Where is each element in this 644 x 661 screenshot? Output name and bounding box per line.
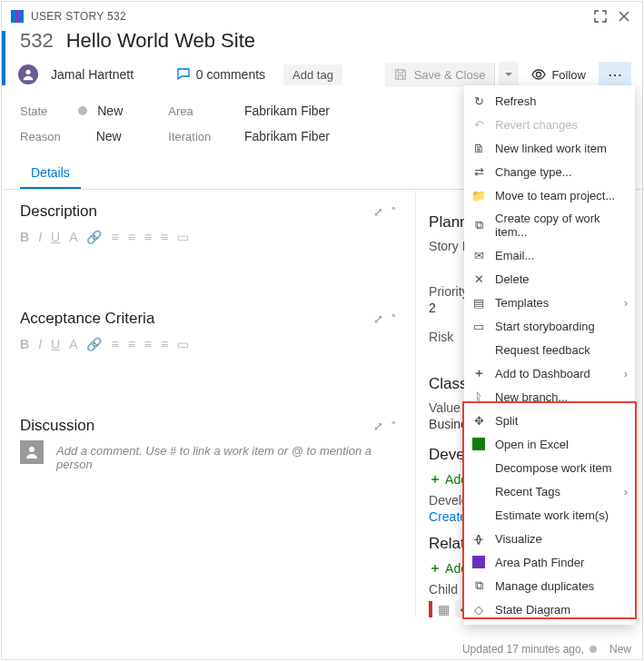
- work-item-id: 532: [20, 29, 54, 53]
- rich-text-toolbar[interactable]: B I U A 🔗 ≡ ≡ ≡ ≡ ▭: [20, 333, 397, 357]
- svg-point-1: [537, 73, 541, 77]
- svg-point-0: [25, 70, 30, 74]
- iteration-value[interactable]: Fabrikam Fiber: [244, 129, 330, 143]
- svg-point-2: [29, 447, 35, 452]
- menu-refresh[interactable]: ↻Refresh: [464, 89, 635, 113]
- add-tag-button[interactable]: Add tag: [283, 64, 342, 85]
- menu-revert[interactable]: ↶Revert changes: [464, 113, 635, 136]
- menu-visualize[interactable]: ᚖVisualize: [464, 527, 635, 550]
- collapse-icon[interactable]: ˄: [391, 419, 397, 433]
- menu-move-team[interactable]: 📁Move to team project...: [464, 183, 635, 207]
- menu-decompose[interactable]: ·Decompose work item: [464, 456, 635, 479]
- menu-duplicates[interactable]: ⧉Manage duplicates: [464, 574, 635, 597]
- menu-dashboard[interactable]: ＋Add to Dashboard›: [464, 361, 635, 385]
- state-value[interactable]: New: [97, 104, 123, 118]
- menu-area-path[interactable]: Area Path Finder: [464, 550, 635, 574]
- comments-count[interactable]: 0 comments: [176, 67, 265, 82]
- reason-label: Reason: [20, 130, 74, 143]
- menu-storyboard[interactable]: ▭Start storyboarding: [464, 314, 635, 338]
- state-dot-icon: [78, 106, 87, 115]
- menu-feedback[interactable]: ·Request feedback: [464, 338, 635, 361]
- footer-status: Updated 17 minutes ago, New: [462, 643, 631, 656]
- avatar[interactable]: [18, 64, 38, 84]
- acceptance-editor[interactable]: [20, 357, 397, 393]
- area-label: Area: [168, 104, 223, 118]
- discussion-input[interactable]: Add a comment. Use # to link a work item…: [53, 440, 397, 475]
- fullscreen-section-icon[interactable]: ⤢: [373, 419, 383, 433]
- menu-excel[interactable]: Open in Excel: [464, 432, 635, 456]
- description-heading: Description: [20, 202, 373, 221]
- follow-button[interactable]: Follow: [522, 64, 595, 85]
- menu-create-copy[interactable]: ⧉Create copy of work item...: [464, 207, 635, 243]
- acceptance-heading: Acceptance Criteria: [20, 310, 373, 328]
- menu-delete[interactable]: ✕Delete: [464, 267, 635, 291]
- menu-email[interactable]: ✉Email...: [464, 243, 635, 267]
- menu-new-branch[interactable]: ᚱNew branch...: [464, 385, 635, 409]
- menu-split[interactable]: ✥Split: [464, 409, 635, 432]
- collapse-icon[interactable]: ˄: [391, 312, 397, 326]
- fullscreen-section-icon[interactable]: ⤢: [373, 205, 383, 219]
- iteration-label: Iteration: [168, 130, 223, 143]
- fullscreen-icon[interactable]: [591, 7, 609, 25]
- work-item-type-label: USER STORY 532: [31, 10, 126, 23]
- tab-details[interactable]: Details: [20, 158, 81, 189]
- actions-menu: ↻Refresh ↶Revert changes 🗎New linked wor…: [464, 85, 635, 625]
- rich-text-toolbar[interactable]: B I U A 🔗 ≡ ≡ ≡ ≡ ▭: [20, 226, 397, 250]
- menu-templates[interactable]: ▤Templates›: [464, 291, 635, 314]
- more-actions-button[interactable]: ⋯: [599, 62, 631, 87]
- work-item-type-icon: [11, 10, 24, 23]
- reason-value[interactable]: New: [96, 129, 122, 143]
- close-icon[interactable]: [615, 7, 633, 25]
- child-color-icon: [429, 601, 432, 617]
- work-item-title[interactable]: Hello World Web Site: [66, 29, 255, 53]
- menu-new-linked[interactable]: 🗎New linked work item: [464, 136, 635, 160]
- menu-state-diagram[interactable]: ◇State Diagram: [464, 597, 635, 621]
- collapse-icon[interactable]: ˄: [391, 205, 397, 219]
- save-close-button: Save & Close: [385, 63, 496, 87]
- discussion-heading: Discussion: [20, 417, 373, 435]
- current-user-avatar: [20, 440, 44, 464]
- state-label: State: [20, 104, 74, 118]
- color-bar: [2, 31, 5, 85]
- save-dropdown-icon[interactable]: [499, 62, 519, 87]
- area-value[interactable]: Fabrikam Fiber: [244, 104, 330, 118]
- assignee-name[interactable]: Jamal Hartnett: [51, 67, 134, 82]
- menu-recent-tags[interactable]: ·Recent Tags›: [464, 479, 635, 503]
- menu-estimate[interactable]: ·Estimate work item(s): [464, 503, 635, 527]
- fullscreen-section-icon[interactable]: ⤢: [373, 312, 383, 326]
- menu-change-type[interactable]: ⇄Change type...: [464, 160, 635, 183]
- description-editor[interactable]: [20, 250, 397, 286]
